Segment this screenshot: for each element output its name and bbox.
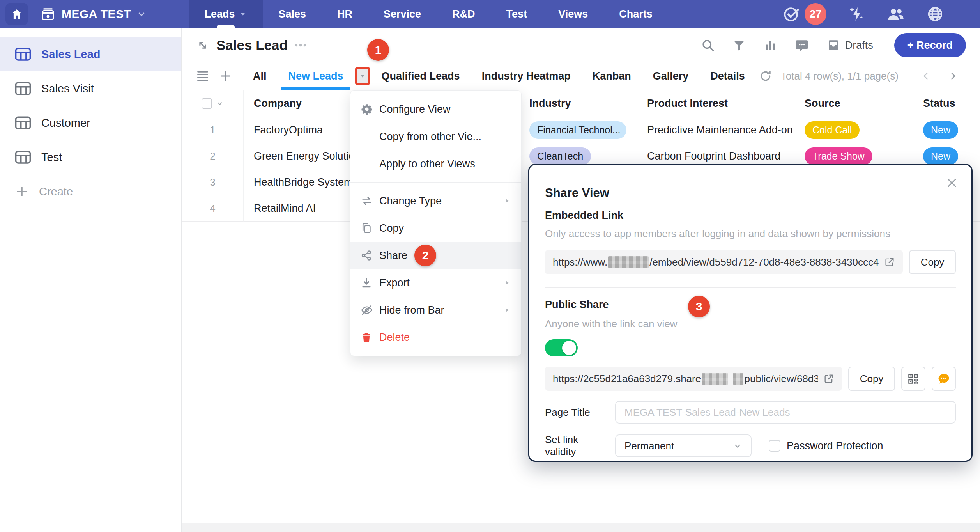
view-list-icon[interactable]	[196, 70, 209, 82]
page-title-input[interactable]	[615, 401, 956, 424]
link-validity-select[interactable]: Permanent	[615, 434, 752, 457]
workspace-name: MEGA TEST	[62, 7, 131, 21]
view-tab-industry-heatmap[interactable]: Industry Heatmap	[471, 62, 582, 90]
column-header-status[interactable]: Status	[913, 90, 980, 117]
nav-tab-hr[interactable]: HR	[322, 0, 368, 28]
sidebar-item-sales-visit[interactable]: Sales Visit	[0, 71, 181, 106]
view-tab-all[interactable]: All	[242, 62, 278, 90]
column-header-source[interactable]: Source	[794, 90, 913, 117]
menu-item-label: Apply to other Views	[379, 158, 475, 170]
embedded-link-url[interactable]: https://www./embed/view/d559d712-70d8-48…	[545, 250, 903, 274]
add-view-icon[interactable]	[219, 70, 232, 82]
chat-bubble-icon	[937, 372, 951, 386]
menu-separator	[350, 182, 521, 183]
chart-button[interactable]	[763, 38, 777, 52]
menu-item-share[interactable]: Share 2	[350, 242, 521, 269]
view-context-menu: Configure View Copy from other Vie... Ap…	[350, 90, 522, 356]
page-title-label: Page Title	[545, 406, 604, 419]
nav-tab-test[interactable]: Test	[491, 0, 543, 28]
submenu-caret-icon	[502, 278, 511, 287]
menu-item-copy-from-other-views[interactable]: Copy from other Vie...	[350, 123, 521, 150]
select-all-checkbox[interactable]	[202, 98, 212, 109]
sidebar-create-button[interactable]: Create	[0, 174, 181, 209]
menu-item-change-type[interactable]: Change Type	[350, 187, 521, 215]
nav-tab-sales[interactable]: Sales	[263, 0, 322, 28]
menu-item-apply-to-other-views[interactable]: Apply to other Views	[350, 150, 521, 177]
password-protection-checkbox[interactable]	[769, 440, 780, 452]
ai-assistant-button[interactable]	[847, 5, 865, 23]
nav-tab-views[interactable]: Views	[543, 0, 603, 28]
url-prefix: https://2c55d21a6a63d279.share	[553, 373, 701, 385]
prev-page-button[interactable]	[921, 71, 931, 81]
column-header-industry[interactable]: Industry	[519, 90, 637, 117]
column-header-product-interest[interactable]: Product Interest	[637, 90, 794, 117]
chevron-down-icon	[358, 72, 367, 80]
expand-icon[interactable]	[196, 39, 209, 52]
refresh-icon	[759, 69, 772, 83]
view-tab-qualified-leads[interactable]: Qualified Leads	[371, 62, 471, 90]
view-tab-new-leads[interactable]: New Leads	[278, 62, 354, 90]
nav-tab-charts[interactable]: Charts	[603, 0, 668, 28]
sidebar-item-test[interactable]: Test	[0, 140, 181, 174]
collaborators-button[interactable]	[886, 5, 905, 23]
view-tab-gallery[interactable]: Gallery	[642, 62, 700, 90]
feedback-chat-button[interactable]	[932, 367, 956, 391]
approvals-button[interactable]: 27	[783, 3, 826, 25]
cell-industry[interactable]: Financial Technol...	[519, 117, 637, 143]
open-link-icon[interactable]	[823, 373, 834, 384]
open-link-icon[interactable]	[884, 257, 895, 268]
sidebar-item-customer[interactable]: Customer	[0, 106, 181, 140]
search-button[interactable]	[701, 38, 715, 52]
menu-item-label: Share	[379, 250, 407, 262]
workspace-logo-icon	[40, 6, 56, 22]
cell-product-interest[interactable]: Predictive Maintenance Add-on	[637, 117, 794, 143]
menu-item-export[interactable]: Export	[350, 269, 521, 296]
annotation-step-2: 2	[414, 245, 436, 266]
nav-tab-service[interactable]: Service	[368, 0, 437, 28]
table-icon	[15, 116, 31, 130]
qr-code-button[interactable]	[901, 367, 925, 391]
password-protection-label: Password Protection	[787, 440, 883, 452]
view-tab-details[interactable]: Details	[699, 62, 756, 90]
refresh-button[interactable]	[759, 69, 772, 83]
next-page-button[interactable]	[948, 71, 958, 81]
view-tab-kanban[interactable]: Kanban	[582, 62, 642, 90]
nav-tab-rnd[interactable]: R&D	[437, 0, 491, 28]
comments-button[interactable]	[794, 38, 809, 53]
filter-button[interactable]	[732, 38, 746, 52]
industry-pill: CleanTech	[529, 147, 591, 165]
menu-item-copy[interactable]: Copy	[350, 215, 521, 242]
password-protection-group: Password Protection	[769, 440, 883, 452]
gear-icon	[361, 103, 379, 115]
copy-public-link-button[interactable]: Copy	[848, 367, 895, 391]
home-button[interactable]	[5, 3, 28, 25]
public-share-url[interactable]: https://2c55d21a6a63d279.sharepublic/vie…	[545, 367, 842, 391]
public-share-toggle[interactable]	[545, 339, 578, 356]
view-tab-label: Details	[710, 70, 745, 82]
add-record-button[interactable]: + Record	[894, 33, 966, 57]
redacted-text	[733, 373, 744, 385]
cell-status[interactable]: New	[913, 117, 980, 143]
menu-item-configure-view[interactable]: Configure View	[350, 96, 521, 123]
table-row[interactable]: 1 FactoryOptima Financial Technol... Pre…	[182, 117, 980, 143]
redacted-text	[702, 373, 728, 385]
cell-source[interactable]: Cold Call	[794, 117, 913, 143]
dialog-close-button[interactable]	[944, 175, 960, 191]
sidebar-item-label: Sales Lead	[41, 48, 101, 61]
nav-tab-leads[interactable]: Leads	[189, 0, 263, 28]
chevron-down-icon	[136, 9, 147, 19]
sidebar-item-sales-lead[interactable]: Sales Lead	[0, 37, 181, 71]
drafts-button[interactable]: Drafts	[826, 38, 873, 52]
nav-tab-label: R&D	[452, 8, 475, 20]
copy-embedded-link-button[interactable]: Copy	[909, 250, 956, 274]
menu-item-hide-from-bar[interactable]: Hide from Bar	[350, 296, 521, 324]
chevron-down-icon[interactable]	[216, 99, 224, 107]
more-options-icon[interactable]	[294, 43, 307, 48]
language-button[interactable]	[926, 5, 944, 23]
menu-item-delete[interactable]: Delete	[350, 324, 521, 351]
check-circle-icon	[783, 5, 801, 23]
menu-item-label: Copy	[379, 222, 404, 234]
workspace-switcher[interactable]: MEGA TEST	[40, 6, 147, 22]
view-menu-trigger[interactable]	[355, 67, 370, 85]
close-icon	[946, 177, 958, 189]
